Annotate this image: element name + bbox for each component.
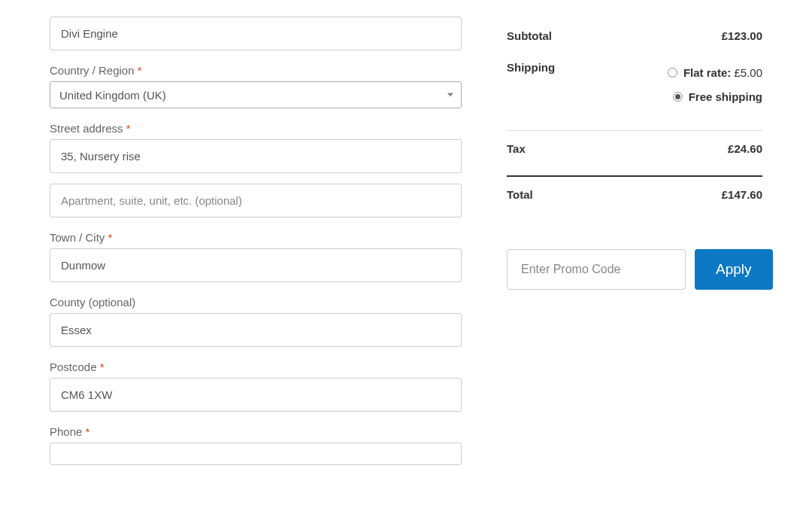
shipping-row: Shipping Flat rate: £5.00 Free shipping — [507, 49, 762, 115]
country-label: Country / Region * — [50, 64, 462, 77]
postcode-input[interactable] — [50, 378, 462, 412]
divider — [507, 130, 762, 131]
street-label: Street address * — [50, 122, 462, 135]
country-label-text: Country / Region — [50, 64, 135, 77]
county-label: County (optional) — [50, 296, 462, 309]
required-mark: * — [126, 122, 131, 135]
order-summary: Subtotal £123.00 Shipping Flat rate: £5.… — [507, 0, 762, 470]
subtotal-label: Subtotal — [507, 29, 552, 42]
shipping-flat-label: Flat rate: — [683, 66, 731, 79]
radio-icon — [673, 92, 683, 102]
country-selected-value: United Kingdom (UK) — [59, 89, 166, 102]
county-label-text: County (optional) — [50, 296, 135, 309]
subtotal-value: £123.00 — [722, 29, 762, 42]
total-row: Total £147.60 — [507, 181, 762, 208]
tax-value: £24.60 — [728, 142, 762, 155]
country-select[interactable]: United Kingdom (UK) — [50, 81, 462, 108]
shipping-options: Flat rate: £5.00 Free shipping — [668, 61, 762, 108]
street2-input[interactable] — [50, 184, 462, 217]
total-label: Total — [507, 188, 533, 201]
promo-row: Apply — [507, 249, 762, 290]
city-input[interactable] — [50, 248, 462, 282]
required-mark: * — [100, 360, 105, 373]
phone-input[interactable] — [50, 443, 462, 465]
shipping-label: Shipping — [507, 61, 555, 74]
tax-row: Tax £24.60 — [507, 135, 762, 162]
county-input[interactable] — [50, 313, 462, 347]
postcode-label: Postcode * — [50, 360, 462, 373]
subtotal-row: Subtotal £123.00 — [507, 23, 762, 49]
shipping-free-label: Free shipping — [689, 85, 762, 109]
street1-input[interactable] — [50, 139, 462, 173]
company-field-wrap — [50, 17, 462, 50]
divider-thick — [507, 175, 762, 177]
required-mark: * — [138, 64, 142, 77]
shipping-flat-option[interactable]: Flat rate: £5.00 — [668, 61, 762, 85]
radio-icon — [668, 68, 677, 78]
shipping-flat-price: £5.00 — [734, 66, 762, 79]
shipping-free-option[interactable]: Free shipping — [668, 85, 762, 109]
postcode-label-text: Postcode — [50, 360, 97, 373]
phone-label-text: Phone — [50, 425, 82, 438]
total-value: £147.60 — [722, 188, 762, 201]
billing-form: Country / Region * United Kingdom (UK) S… — [50, 0, 462, 470]
chevron-down-icon — [447, 93, 453, 97]
required-mark: * — [86, 425, 90, 438]
company-input[interactable] — [50, 17, 462, 50]
required-mark: * — [108, 231, 113, 244]
phone-label: Phone * — [50, 425, 462, 438]
tax-label: Tax — [507, 142, 526, 155]
apply-button[interactable]: Apply — [695, 249, 773, 290]
city-label-text: Town / City — [50, 231, 105, 244]
promo-input[interactable] — [507, 249, 686, 290]
city-label: Town / City * — [50, 231, 462, 244]
street-label-text: Street address — [50, 122, 123, 135]
